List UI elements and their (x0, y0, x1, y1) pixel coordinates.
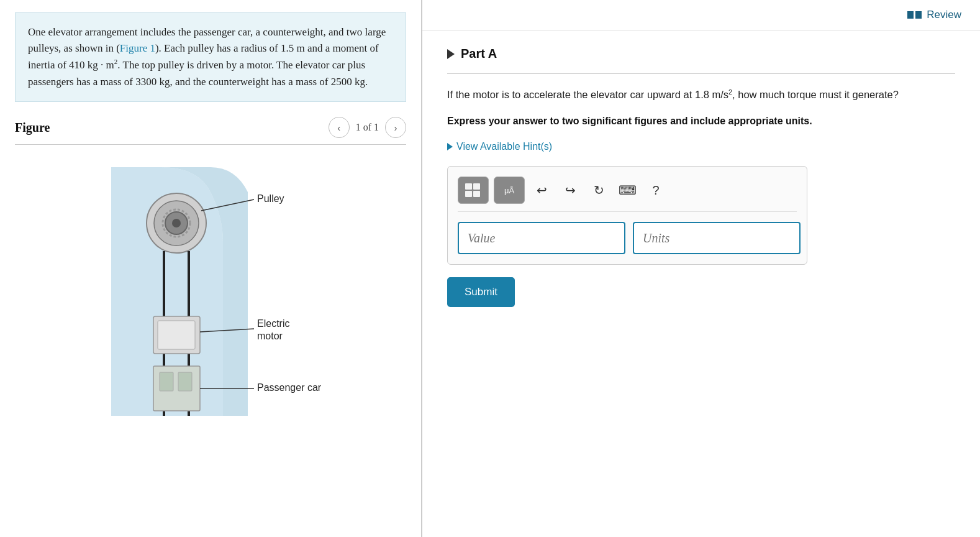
svg-rect-8 (158, 321, 195, 349)
svg-rect-20 (465, 191, 472, 197)
value-units-row (458, 222, 797, 254)
collapse-arrow-icon[interactable] (447, 49, 455, 59)
instructions-text: Express your answer to two significant f… (447, 114, 955, 129)
undo-icon: ↩ (537, 183, 547, 198)
unit-button[interactable]: μÅ (494, 177, 525, 204)
units-input[interactable] (633, 222, 801, 254)
svg-rect-19 (473, 183, 480, 190)
figure-navigation: ‹ 1 of 1 › (329, 117, 406, 138)
svg-rect-18 (465, 183, 472, 190)
answer-box: μÅ ↩ ↪ ↻ ⌨ ? (447, 166, 807, 265)
figure-link[interactable]: Figure 1 (120, 42, 155, 54)
undo-button[interactable]: ↩ (530, 178, 553, 202)
redo-button[interactable]: ↪ (558, 178, 582, 202)
review-label: Review (927, 9, 961, 21)
submit-label: Submit (465, 286, 497, 298)
hint-arrow-icon (447, 143, 453, 150)
figure-next-button[interactable]: › (385, 117, 406, 138)
refresh-button[interactable]: ↻ (587, 178, 610, 202)
help-icon: ? (652, 183, 659, 198)
help-button[interactable]: ? (644, 178, 668, 202)
figure-prev-button[interactable]: ‹ (329, 117, 350, 138)
part-a-title: Part A (461, 47, 497, 61)
elevator-diagram-svg: Pulley Electric motor Passenger car (61, 155, 360, 434)
refresh-icon: ↻ (594, 183, 604, 198)
svg-text:Passenger car: Passenger car (257, 382, 322, 393)
svg-text:Electric: Electric (257, 318, 289, 329)
hint-link[interactable]: View Available Hint(s) (447, 141, 955, 152)
figure-counter: 1 of 1 (356, 122, 379, 133)
review-icon (907, 11, 922, 19)
svg-rect-11 (178, 372, 192, 391)
svg-rect-10 (160, 372, 173, 391)
svg-rect-21 (473, 191, 480, 197)
unit-button-label: μÅ (504, 186, 514, 195)
figure-title: Figure (15, 121, 50, 135)
problem-text: One elevator arrangement includes the pa… (15, 12, 406, 102)
review-button[interactable]: Review (907, 9, 961, 21)
keyboard-icon: ⌨ (619, 183, 637, 198)
value-input[interactable] (458, 222, 625, 254)
toolbar: μÅ ↩ ↪ ↻ ⌨ ? (458, 177, 797, 212)
hint-label: View Available Hint(s) (456, 141, 552, 152)
keyboard-button[interactable]: ⌨ (615, 178, 639, 202)
question-text: If the motor is to accelerate the elevat… (447, 86, 955, 103)
template-button[interactable] (458, 177, 489, 204)
svg-text:motor: motor (257, 331, 283, 341)
pulley-label: Pulley (257, 193, 284, 204)
svg-point-3 (172, 219, 181, 227)
redo-icon: ↪ (565, 183, 576, 198)
submit-button[interactable]: Submit (447, 277, 515, 307)
figure-image: Pulley Electric motor Passenger car (15, 155, 406, 441)
